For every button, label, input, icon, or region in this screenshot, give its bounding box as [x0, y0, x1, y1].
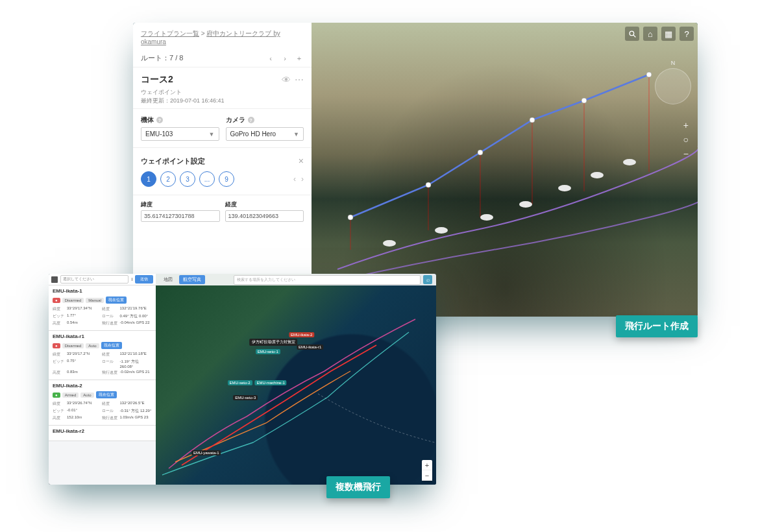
telemetry-value: 0.49° 方位 0.00° [120, 313, 153, 319]
map-pin[interactable]: EMU-seto-2 [228, 380, 252, 385]
status-chip: Manual [86, 298, 104, 303]
waypoint-button[interactable]: 1 [141, 171, 156, 187]
map-pin[interactable]: 伊方町役場/原子力対策室 [250, 339, 298, 346]
telemetry-value: 132°21'10.18"E [120, 352, 153, 357]
status-chips: ●ArmedAuto現在位置 [53, 391, 152, 398]
svg-point-7 [435, 227, 448, 234]
telemetry-key: ピッチ [53, 408, 64, 414]
waypoint-section-header: ウェイポイント設定 × [133, 148, 312, 171]
route-editor-sidebar: フライトプラン一覧 > 府中カントリークラブ by okamura ルート：7 … [133, 23, 312, 317]
breadcrumb-root-link[interactable]: フライトプラン一覧 [141, 30, 199, 37]
zoom-controls: + − [422, 460, 432, 481]
zoom-reset-button[interactable]: ○ [683, 134, 689, 145]
layers-icon[interactable]: ▦ [661, 27, 676, 41]
drone-name: EMU-ikata-1 [53, 288, 152, 294]
compass-widget[interactable] [655, 68, 691, 104]
telemetry-grid: 緯度33°29'17.34"N経度132°21'19.76"Eピッチ1.77°ロ… [53, 306, 152, 326]
chevron-down-icon: ▼ [209, 131, 215, 138]
telemetry-value: 33°29'26.74"N [67, 401, 99, 407]
info-icon[interactable]: i [131, 277, 132, 282]
chevron-down-icon: ▼ [293, 131, 299, 138]
drone-card[interactable]: EMU-ikata-2●ArmedAuto現在位置緯度33°29'26.74"N… [49, 380, 156, 426]
latitude-input[interactable]: 35.6174127301788 [141, 210, 220, 222]
status-chip: ● [53, 393, 60, 398]
next-route-button[interactable]: › [280, 54, 289, 62]
help-icon[interactable]: ? [248, 117, 254, 123]
hardware-selects: 機体 ? EMU-103 ▼ カメラ ? GoPro HD Hero [133, 109, 312, 148]
svg-point-2 [478, 150, 483, 155]
svg-point-1 [426, 182, 431, 187]
map-pin[interactable]: EMU-seto-3 [233, 395, 258, 400]
drone-filter-select[interactable]: 選択してください [60, 275, 128, 284]
waypoint-button[interactable]: 9 [219, 171, 234, 187]
close-icon[interactable]: × [299, 156, 304, 166]
status-chip: 現在位置 [106, 296, 127, 304]
menu-icon[interactable] [51, 276, 58, 283]
map-pin[interactable]: EMU-machine-1 [254, 380, 286, 385]
telemetry-value: -0.02m/s GPS 21 [120, 370, 153, 376]
caption-badge-route: 飛行ルート作成 [616, 315, 698, 337]
map-pin[interactable]: EMU-ikata-2 [289, 332, 314, 337]
longitude-input[interactable]: 139.401823049663 [225, 210, 304, 222]
drone-card[interactable]: EMU-ikata-r2 [49, 426, 156, 441]
telemetry-key: 飛行速度 [102, 370, 117, 376]
search-icon[interactable] [625, 27, 639, 41]
map-pin[interactable]: EMU-ikata-r1 [297, 345, 323, 350]
coordinate-fields: 緯度 35.6174127301788 経度 139.401823049663 [133, 195, 312, 227]
zoom-in-button[interactable]: + [422, 460, 432, 470]
status-chip: ● [53, 343, 60, 348]
telemetry-value: 33°29'17.2"N [67, 352, 99, 357]
status-chip: Armed [62, 393, 79, 398]
telemetry-key: 経度 [102, 352, 117, 357]
aircraft-select[interactable]: EMU-103 ▼ [141, 127, 219, 141]
prev-waypoint-icon[interactable]: ‹ [293, 175, 296, 184]
prev-route-button[interactable]: ‹ [266, 54, 275, 62]
camera-label: カメラ ? [226, 115, 304, 125]
zoom-out-button[interactable]: − [422, 470, 432, 481]
camera-select[interactable]: GoPro HD Hero ▼ [226, 127, 304, 141]
help-icon[interactable]: ? [679, 27, 694, 41]
drone-name: EMU-ikata-r2 [53, 428, 152, 434]
zoom-controls: + ○ − [683, 120, 689, 159]
add-route-button[interactable]: + [295, 54, 304, 62]
telemetry-key: ロール [102, 359, 117, 369]
svg-point-13 [630, 31, 634, 36]
route-switcher: ルート：7 / 8 ‹ › + [133, 49, 312, 67]
svg-line-14 [633, 35, 635, 37]
telemetry-key: ピッチ [53, 313, 64, 319]
course-title: コース2 [141, 74, 278, 86]
status-chip: ● [53, 298, 60, 303]
svg-point-0 [348, 215, 353, 220]
more-menu-icon[interactable]: ⋯ [295, 75, 304, 85]
telemetry-value: 132°20'26.5"E [120, 401, 153, 407]
status-chip: Disarmed [62, 298, 84, 303]
flight-route-editor-window: フライトプラン一覧 > 府中カントリークラブ by okamura ルート：7 … [133, 23, 698, 317]
visibility-toggle-icon[interactable]: 👁 [282, 75, 291, 85]
zoom-in-button[interactable]: + [683, 120, 689, 130]
map-pin[interactable]: EMU-yawata-1 [191, 450, 221, 455]
zoom-out-button[interactable]: − [683, 149, 689, 159]
telemetry-value: 33°29'17.34"N [67, 306, 99, 312]
3d-terrain-map[interactable]: ⌂ ▦ ? + ○ − [312, 23, 698, 317]
send-button[interactable]: 送信 [135, 275, 153, 284]
telemetry-value: -0.01° [67, 408, 99, 414]
telemetry-key: 経度 [102, 401, 117, 407]
status-chip: Auto [80, 393, 93, 398]
telemetry-key: 緯度 [53, 401, 64, 407]
waypoint-button[interactable]: 3 [180, 171, 195, 187]
drone-card[interactable]: EMU-ikata-r1●DisarmedAuto現在位置緯度33°29'17.… [49, 331, 156, 380]
drone-card[interactable]: EMU-ikata-1●DisarmedManual現在位置緯度33°29'17… [49, 285, 156, 331]
home-icon[interactable]: ⌂ [643, 27, 657, 41]
svg-point-9 [519, 201, 532, 208]
satellite-map[interactable]: 地図 航空写真 検索する場所を入力してください ⌕ EMU-ikata-2EMU… [156, 274, 436, 485]
status-chips: ●DisarmedAuto現在位置 [53, 342, 152, 349]
drone-list-sidebar: 選択してください i 送信 EMU-ikata-1●DisarmedManual… [49, 274, 156, 485]
next-waypoint-icon[interactable]: › [301, 175, 304, 184]
waypoint-button[interactable]: 2 [160, 171, 176, 187]
course-subtitle: ウェイポイント 最終更新：2019-07-01 16:46:41 [141, 88, 304, 104]
map-pin[interactable]: EMU-seto-1 [256, 349, 280, 354]
telemetry-key: 高度 [53, 415, 64, 421]
help-icon[interactable]: ? [156, 117, 163, 123]
waypoint-button[interactable]: ... [199, 171, 215, 187]
telemetry-value: 0.75° [67, 359, 99, 369]
